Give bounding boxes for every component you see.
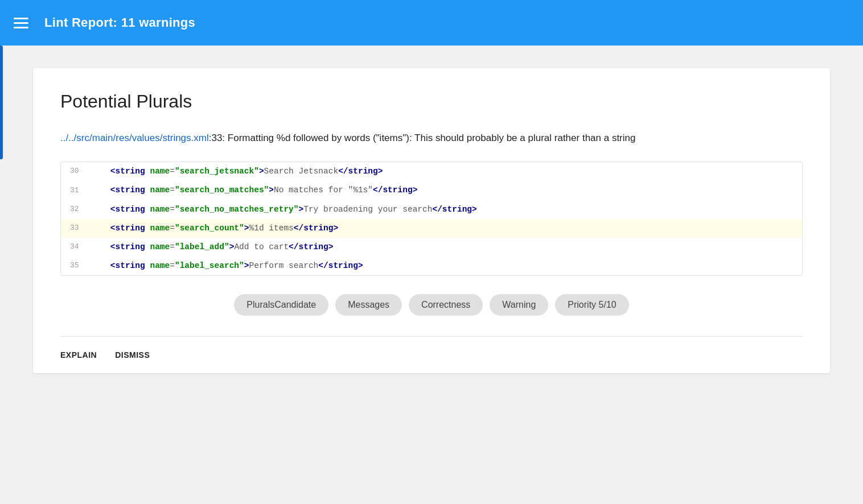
code-line-33-highlighted: 33 <string name="search_count">%1d items… [61,219,802,238]
tags-container: PluralsCandidate Messages Correctness Wa… [60,294,803,316]
main-content: Potential Plurals ../../src/main/res/val… [0,46,863,385]
tag-warning: Warning [490,294,548,316]
line-number: 34 [70,241,91,253]
code-block: 30 <string name="search_jetsnack">Search… [60,162,803,276]
line-number: 31 [70,185,91,197]
warning-text: :33: Formatting %d followed by words ("i… [209,133,636,143]
code-content: <string name="search_count">%1d items</s… [91,222,338,235]
tag-correctness: Correctness [409,294,483,316]
lint-report-card: Potential Plurals ../../src/main/res/val… [33,68,830,373]
code-line-31: 31 <string name="search_no_matches">No m… [61,181,802,200]
line-number: 32 [70,204,91,216]
warning-description: ../../src/main/res/values/strings.xml:33… [60,130,803,146]
code-line-32: 32 <string name="search_no_matches_retry… [61,200,802,219]
tag-messages: Messages [335,294,402,316]
code-line-35: 35 <string name="label_search">Perform s… [61,257,802,275]
card-title: Potential Plurals [60,91,803,112]
header-title: Lint Report: 11 warnings [44,15,195,30]
app-header: Lint Report: 11 warnings [0,0,863,46]
line-number: 33 [70,222,91,234]
code-content: <string name="label_search">Perform sear… [91,259,363,272]
line-number: 30 [70,166,91,177]
dismiss-button[interactable]: DISMISS [115,348,150,362]
tag-plurals-candidate: PluralsCandidate [234,294,328,316]
left-accent-bar [0,46,3,159]
code-content: <string name="search_no_matches_retry">T… [91,203,477,216]
code-content: <string name="search_jetsnack">Search Je… [91,165,383,178]
tag-priority: Priority 5/10 [555,294,628,316]
line-number: 35 [70,260,91,272]
code-content: <string name="label_add">Add to cart</st… [91,241,333,254]
code-content: <string name="search_no_matches">No matc… [91,184,417,197]
menu-button[interactable] [14,18,28,28]
file-link[interactable]: ../../src/main/res/values/strings.xml [60,133,209,143]
card-footer: EXPLAIN DISMISS [60,336,803,373]
explain-button[interactable]: EXPLAIN [60,348,97,362]
code-line-34: 34 <string name="label_add">Add to cart<… [61,238,802,257]
code-line-30: 30 <string name="search_jetsnack">Search… [61,162,802,181]
